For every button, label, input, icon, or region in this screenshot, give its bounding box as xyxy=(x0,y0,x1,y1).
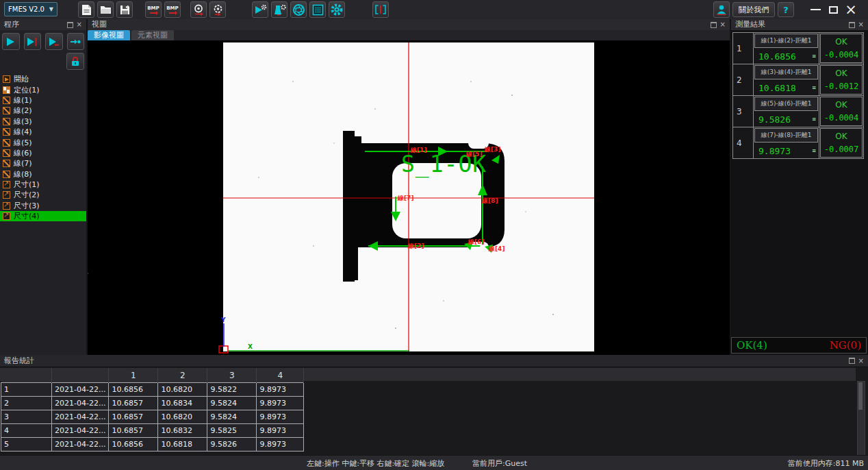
close-panel-icon[interactable]: × xyxy=(858,358,864,364)
scrollbar-thumb[interactable] xyxy=(858,382,863,410)
run-all-button[interactable] xyxy=(2,33,20,50)
program-panel-header: 程序 × xyxy=(0,19,86,30)
status-badge: OK xyxy=(835,100,847,110)
mouse-hints: 左鍵:操作 中鍵:平移 右鍵:確定 滾輪:縮放 xyxy=(307,458,444,469)
new-program-button[interactable] xyxy=(78,1,94,18)
float-panel-icon[interactable] xyxy=(849,22,855,28)
settings-button[interactable] xyxy=(329,1,345,18)
new-file-icon xyxy=(81,4,92,16)
results-panel-header: 測量結果 × xyxy=(731,19,868,30)
program-item-dim-2[interactable]: 尺寸(2) xyxy=(0,190,86,200)
status-bar: 左鍵:操作 中鍵:平移 右鍵:確定 滾輪:縮放 當前用戶:Guest 當前使用内… xyxy=(0,455,868,470)
menu-icon: ≡ xyxy=(813,84,816,91)
float-panel-icon[interactable] xyxy=(849,358,855,364)
red-arrow-icon xyxy=(169,12,177,14)
app-version-label: FMES V2.0 xyxy=(8,5,44,13)
report-row[interactable]: 32021-04-22...10.685710.68209.58249.8973 xyxy=(1,410,304,424)
camera-live-icon xyxy=(212,4,224,16)
program-item-dim-3[interactable]: 尺寸(3) xyxy=(0,201,86,211)
report-row[interactable]: 42021-04-22...10.685710.68329.58259.8973 xyxy=(1,424,304,438)
run-program-button[interactable] xyxy=(252,1,268,18)
svg-text:線[1]: 線[1] xyxy=(410,147,427,153)
menu-icon: ≡ xyxy=(813,147,816,154)
close-panel-icon[interactable]: × xyxy=(77,21,82,28)
app-version-dropdown[interactable]: FMES V2.0 ▼ xyxy=(4,2,58,16)
close-panel-icon[interactable]: × xyxy=(858,21,864,28)
program-item-locate-1[interactable]: 定位(1) xyxy=(0,84,86,95)
load-bmp-button[interactable]: BMP xyxy=(145,1,162,18)
report-table: 12 34 12021-04-22...10.685610.68209.5822… xyxy=(1,368,304,452)
program-item-dim-4[interactable]: 尺寸(4) xyxy=(0,211,86,221)
tab-element-view[interactable]: 元素視圖 xyxy=(131,30,174,40)
open-program-button[interactable] xyxy=(97,1,114,18)
run-to-cursor-button[interactable] xyxy=(67,33,85,50)
locate-icon xyxy=(3,86,10,94)
dimension-icon xyxy=(3,202,10,210)
report-row[interactable]: 12021-04-22...10.685610.68209.58229.8973 xyxy=(1,383,304,397)
play-stop-icon xyxy=(49,37,60,47)
camera-live-button[interactable] xyxy=(209,1,226,18)
calibration-button[interactable] xyxy=(372,1,389,18)
menu-icon: ≡ xyxy=(813,116,816,123)
result-value: 9.8973≡ xyxy=(754,143,819,158)
close-panel-icon[interactable]: × xyxy=(720,21,726,28)
program-item-line-2[interactable]: 線(2) xyxy=(0,106,86,116)
result-status: OK -0.0004 xyxy=(820,34,863,63)
image-canvas[interactable]: S_1-OK 線[1] 線[2] 線[3] 線[4] 線[5] 線[6] 線[7… xyxy=(88,40,730,355)
program-item-line-5[interactable]: 線(5) xyxy=(0,137,86,147)
result-row[interactable]: 1 線(1)-線(2)-距離1 10.6856≡ OK -0.0004 xyxy=(732,32,864,64)
line-tool-icon xyxy=(3,107,10,114)
view-tabbar: 影像視圖 元素視圖 xyxy=(88,30,730,40)
user-button[interactable] xyxy=(713,1,730,18)
result-row[interactable]: 3 線(5)-線(6)-距離1 9.5826≡ OK -0.0004 xyxy=(732,95,864,127)
dimension-icon xyxy=(3,191,10,199)
svg-text:線[3]: 線[3] xyxy=(484,146,501,153)
close-button[interactable]: × xyxy=(842,1,860,18)
play-step-icon xyxy=(27,37,38,47)
program-item-line-3[interactable]: 線(3) xyxy=(0,116,86,127)
program-item-line-4[interactable]: 線(4) xyxy=(0,127,86,137)
report-scrollbar[interactable] xyxy=(857,381,865,465)
minimize-button[interactable] xyxy=(806,1,824,18)
svg-text:線[5]: 線[5] xyxy=(465,151,483,158)
run-camera-button[interactable] xyxy=(271,1,288,18)
result-name: 線(3)-線(4)-距離1 xyxy=(754,65,818,79)
help-button[interactable]: ? xyxy=(778,2,794,17)
shutter-button[interactable] xyxy=(290,1,307,18)
maximize-icon xyxy=(829,6,838,14)
save-bmp-button[interactable]: BMP xyxy=(164,1,181,18)
program-item-line-8[interactable]: 線(8) xyxy=(0,169,86,180)
float-panel-icon[interactable] xyxy=(67,22,73,28)
line-tool-icon xyxy=(3,160,10,167)
program-item-line-6[interactable]: 線(6) xyxy=(0,148,86,158)
open-folder-icon xyxy=(100,5,112,14)
camera-image: S_1-OK 線[1] 線[2] 線[3] 線[4] 線[5] 線[6] 線[7… xyxy=(88,40,730,355)
result-row[interactable]: 2 線(3)-線(4)-距離1 10.6818≡ OK -0.0012 xyxy=(732,64,864,96)
float-panel-icon[interactable] xyxy=(711,22,717,28)
report-header-row: 12 34 xyxy=(1,368,304,383)
status-badge: OK xyxy=(835,69,847,78)
stop-run-button[interactable] xyxy=(45,33,63,50)
program-item-line-1[interactable]: 線(1) xyxy=(0,95,86,106)
roi-grid-button[interactable] xyxy=(309,1,326,18)
save-program-button[interactable] xyxy=(116,1,133,18)
svg-text:線[7]: 線[7] xyxy=(397,195,414,201)
report-row[interactable]: 22021-04-22...10.685710.68349.58249.8973 xyxy=(1,397,304,410)
program-item-start[interactable]: 開始 xyxy=(0,74,86,84)
program-item-line-7[interactable]: 線(7) xyxy=(0,158,86,169)
maximize-button[interactable] xyxy=(824,1,842,18)
camera-capture-button[interactable] xyxy=(190,1,207,18)
report-row[interactable]: 52021-04-22...10.685610.68189.58269.8973 xyxy=(1,438,304,452)
tab-image-view[interactable]: 影像視圖 xyxy=(88,30,130,40)
result-status: OK -0.0012 xyxy=(820,65,863,95)
run-step-button[interactable] xyxy=(24,33,42,50)
about-button[interactable]: 關於我們 xyxy=(732,2,775,17)
result-row[interactable]: 4 線(7)-線(8)-距離1 9.8973≡ OK -0.0007 xyxy=(732,127,864,159)
program-item-dim-1[interactable]: 尺寸(1) xyxy=(0,180,86,190)
arrow-to-dot-icon xyxy=(70,37,81,47)
report-table-area: 12 34 12021-04-22...10.685610.68209.5822… xyxy=(0,367,868,455)
lock-button[interactable] xyxy=(66,53,84,70)
view-panel-title: 視圖 xyxy=(92,19,107,30)
result-value: 10.6856≡ xyxy=(754,49,819,64)
gear-icon xyxy=(330,3,344,16)
